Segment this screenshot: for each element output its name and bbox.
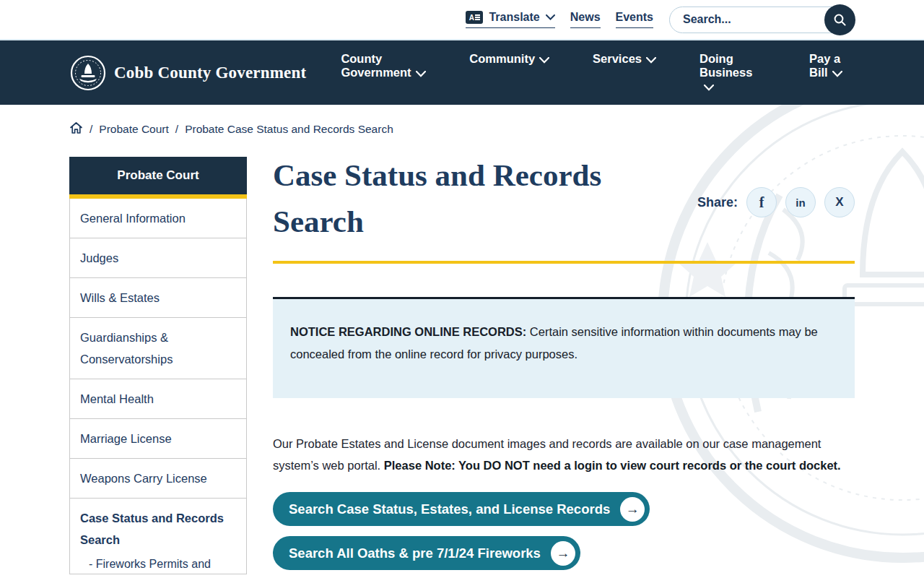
page-title: Case Status and Records Search	[273, 152, 663, 245]
chevron-down-icon	[539, 57, 549, 64]
share-x-button[interactable]: X	[824, 187, 855, 217]
site-logo[interactable]: Cobb County Government	[70, 55, 306, 91]
sidebar-item-general-information[interactable]: General Information	[70, 199, 246, 238]
notice-label: NOTICE REGARDING ONLINE RECORDS:	[290, 325, 526, 338]
share-label: Share:	[697, 195, 738, 210]
translate-menu[interactable]: A Translate	[466, 11, 554, 28]
search-oaths-fireworks-button[interactable]: Search All Oaths & pre 7/1/24 Fireworks …	[273, 536, 580, 570]
translate-label: Translate	[489, 11, 539, 24]
sidebar-item-guardianships[interactable]: Guardianships & Conservatorships	[70, 318, 246, 379]
translate-icon: A	[466, 11, 483, 24]
utility-bar: A Translate News Events	[0, 0, 924, 40]
intro-bold-text: Please Note: You DO NOT need a login to …	[384, 459, 841, 472]
news-link[interactable]: News	[570, 11, 601, 28]
nav-item-community[interactable]: Community	[469, 52, 549, 66]
content-layout: Probate Court General Information Judges…	[69, 157, 924, 574]
sidebar-current-section: Case Status and Records Search - Firewor…	[70, 499, 246, 574]
arrow-right-icon: →	[620, 497, 645, 522]
cta-row: Search Case Status, Estates, and License…	[273, 492, 855, 526]
facebook-icon: f	[759, 194, 764, 211]
search-button[interactable]	[824, 4, 855, 35]
sidebar: Probate Court General Information Judges…	[69, 157, 247, 574]
arrow-right-icon: →	[551, 541, 575, 566]
title-row: Case Status and Records Search Share: f …	[273, 157, 855, 245]
cta-row: Search All Oaths & pre 7/1/24 Fireworks …	[273, 536, 855, 570]
nav-item-services[interactable]: Services	[593, 52, 656, 66]
linkedin-icon: in	[796, 197, 805, 209]
breadcrumb-probate-court[interactable]: Probate Court	[99, 123, 169, 136]
site-search	[669, 7, 854, 33]
nav-item-doing-business[interactable]: Doing Business	[699, 52, 766, 93]
sidebar-menu: General Information Judges Wills & Estat…	[69, 199, 247, 574]
sidebar-title: Probate Court	[69, 157, 247, 194]
breadcrumb-separator: /	[90, 123, 92, 136]
records-notice-box: NOTICE REGARDING ONLINE RECORDS: Certain…	[273, 297, 855, 398]
gold-divider	[273, 261, 855, 264]
chevron-down-icon	[832, 71, 842, 77]
sidebar-item-case-status-current[interactable]: Case Status and Records Search	[80, 507, 236, 551]
sidebar-item-judges[interactable]: Judges	[70, 238, 246, 278]
search-icon	[833, 13, 847, 27]
main-navigation: Cobb County Government County Government…	[0, 40, 924, 105]
x-twitter-icon: X	[835, 195, 843, 210]
main-content: Case Status and Records Search Share: f …	[273, 157, 855, 574]
sidebar-item-wills-estates[interactable]: Wills & Estates	[70, 278, 246, 318]
nav-item-county-government[interactable]: County Government	[341, 52, 426, 79]
nav-item-pay-a-bill[interactable]: Pay a Bill	[809, 52, 854, 79]
breadcrumb-current-page[interactable]: Probate Case Status and Records Search	[185, 123, 393, 136]
brand-name: Cobb County Government	[114, 64, 306, 82]
share-bar: Share: f in X	[697, 187, 855, 217]
chevron-down-icon	[646, 57, 656, 64]
breadcrumb-home-link[interactable]	[69, 121, 83, 137]
home-icon	[69, 121, 83, 134]
breadcrumb-separator: /	[175, 123, 178, 136]
chevron-down-icon	[546, 14, 555, 20]
breadcrumb: / Probate Court / Probate Case Status an…	[69, 121, 924, 137]
chevron-down-icon	[704, 85, 714, 91]
search-case-status-button[interactable]: Search Case Status, Estates, and License…	[273, 492, 650, 526]
sidebar-item-weapons-carry-license[interactable]: Weapons Carry License	[70, 459, 246, 499]
page: A Translate News Events	[0, 0, 924, 578]
sidebar-item-marriage-license[interactable]: Marriage License	[70, 419, 246, 459]
chevron-down-icon	[416, 71, 426, 77]
events-link[interactable]: Events	[616, 11, 653, 28]
share-facebook-button[interactable]: f	[746, 187, 777, 217]
county-seal-icon	[70, 55, 106, 91]
sidebar-subitem-fireworks-permits[interactable]: - Fireworks Permits and	[80, 551, 236, 574]
share-linkedin-button[interactable]: in	[785, 187, 816, 217]
intro-paragraph: Our Probate Estates and License document…	[273, 433, 855, 476]
nav-menu: County Government Community Services Doi…	[341, 52, 854, 93]
sidebar-item-mental-health[interactable]: Mental Health	[70, 379, 246, 419]
